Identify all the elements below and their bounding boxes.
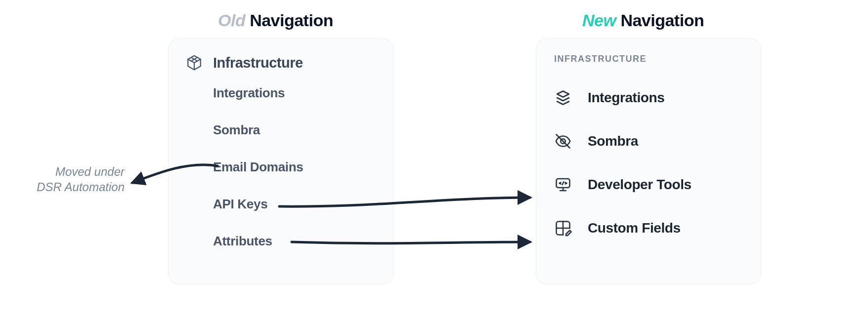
heading-new-prefix: New	[582, 11, 616, 30]
old-nav-item-api-keys[interactable]: API Keys	[213, 197, 376, 212]
annotation-line1: Moved under	[11, 164, 125, 179]
heading-old-navigation: Old Navigation	[218, 11, 333, 30]
new-nav-item-label: Developer Tools	[588, 177, 692, 193]
eye-off-icon	[553, 131, 573, 151]
svg-line-3	[563, 182, 564, 185]
code-monitor-icon	[553, 175, 573, 195]
old-nav-card: Infrastructure Integrations Sombra Email…	[168, 39, 393, 284]
new-nav-item-integrations[interactable]: Integrations	[553, 88, 744, 108]
heading-old-word: Navigation	[250, 11, 333, 30]
old-nav-item-integrations[interactable]: Integrations	[213, 85, 376, 101]
new-nav-item-developer-tools[interactable]: Developer Tools	[553, 175, 744, 195]
cube-icon	[185, 54, 203, 72]
heading-old-prefix: Old	[218, 11, 245, 30]
old-nav-item-email-domains[interactable]: Email Domains	[213, 160, 376, 175]
old-nav-title: Infrastructure	[213, 55, 303, 71]
old-nav-header: Infrastructure	[185, 54, 376, 72]
new-nav-item-sombra[interactable]: Sombra	[553, 131, 744, 151]
grid-edit-icon	[553, 218, 573, 238]
new-nav-section-label: INFRASTRUCTURE	[554, 54, 744, 64]
heading-new-navigation: New Navigation	[582, 11, 704, 30]
layers-icon	[553, 88, 573, 108]
new-nav-item-label: Sombra	[588, 133, 638, 149]
new-nav-card: INFRASTRUCTURE Integrations Sombra	[536, 39, 761, 284]
old-nav-item-sombra[interactable]: Sombra	[213, 122, 376, 138]
new-nav-item-custom-fields[interactable]: Custom Fields	[553, 218, 744, 238]
annotation-line2: DSR Automation	[11, 179, 125, 195]
heading-new-word: Navigation	[620, 11, 704, 30]
new-nav-item-label: Custom Fields	[588, 220, 681, 236]
new-nav-item-label: Integrations	[588, 90, 664, 106]
old-nav-list: Integrations Sombra Email Domains API Ke…	[185, 82, 376, 249]
old-nav-item-attributes[interactable]: Attributes	[213, 234, 376, 249]
annotation-moved-note: Moved under DSR Automation	[11, 164, 125, 195]
